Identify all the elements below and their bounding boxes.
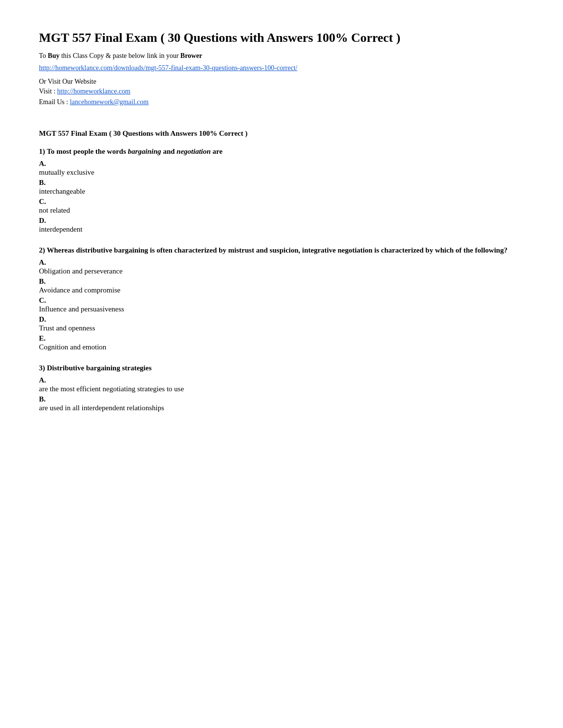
question-1: 1) To most people the words bargaining a… bbox=[39, 146, 524, 234]
question-3-text: 3) Distributive bargaining strategies bbox=[39, 363, 524, 373]
q2-option-d-text: Trust and openness bbox=[39, 324, 524, 332]
q2-option-b-letter: B. bbox=[39, 277, 524, 286]
q3-number: 3) bbox=[39, 364, 47, 372]
visit-link[interactable]: http://homeworklance.com bbox=[57, 88, 130, 95]
q1-bold-italic-1: bargaining bbox=[128, 147, 161, 155]
q2-option-a-letter: A. bbox=[39, 258, 524, 267]
q2-body: Whereas distributive bargaining is often… bbox=[47, 246, 507, 254]
q1-suffix: are bbox=[211, 147, 223, 155]
visit-prefix: Visit : bbox=[39, 88, 57, 95]
main-title: MGT 557 Final Exam ( 30 Questions with A… bbox=[39, 29, 524, 46]
q3-option-b-text: are used in all interdependent relations… bbox=[39, 404, 524, 412]
question-1-text: 1) To most people the words bargaining a… bbox=[39, 146, 524, 157]
q2-option-b-text: Avoidance and compromise bbox=[39, 286, 524, 294]
q2-option-a-text: Obligation and perseverance bbox=[39, 267, 524, 275]
q1-option-b-letter: B. bbox=[39, 179, 524, 187]
q1-middle: and bbox=[161, 147, 177, 155]
q1-option-a-letter: A. bbox=[39, 160, 524, 168]
or-visit-text: Or Visit Our Website bbox=[39, 78, 524, 86]
email-link[interactable]: lancehomework@gmail.com bbox=[70, 98, 149, 106]
intro-prefix: To bbox=[39, 52, 48, 59]
q1-option-d-text: interdependent bbox=[39, 225, 524, 234]
intro-suffix: this Class Copy & paste below link in yo… bbox=[59, 52, 180, 59]
q1-option-a-text: mutually exclusive bbox=[39, 168, 524, 177]
q3-option-b-letter: B. bbox=[39, 395, 524, 403]
q1-option-c-letter: C. bbox=[39, 198, 524, 206]
main-link[interactable]: http://homeworklance.com/downloads/mgt-5… bbox=[39, 64, 298, 72]
q2-option-d-letter: D. bbox=[39, 315, 524, 324]
question-2-text: 2) Whereas distributive bargaining is of… bbox=[39, 245, 524, 255]
buy-bold: Buy bbox=[48, 52, 59, 59]
email-line: Email Us : lancehomework@gmail.com bbox=[39, 98, 524, 106]
visit-line: Visit : http://homeworklance.com bbox=[39, 88, 524, 95]
q1-bold-italic-2: negotiation bbox=[177, 147, 211, 155]
email-prefix: Email Us : bbox=[39, 98, 70, 106]
q3-option-a-letter: A. bbox=[39, 376, 524, 384]
q2-option-c-text: Influence and persuasiveness bbox=[39, 305, 524, 313]
q1-option-b-text: interchangeable bbox=[39, 187, 524, 196]
question-2: 2) Whereas distributive bargaining is of… bbox=[39, 245, 524, 351]
intro-text: To Buy this Class Copy & paste below lin… bbox=[39, 52, 524, 60]
q2-option-c-letter: C. bbox=[39, 296, 524, 305]
q2-option-e-letter: E. bbox=[39, 334, 524, 343]
q1-option-c-text: not related bbox=[39, 206, 524, 215]
q1-option-d-letter: D. bbox=[39, 217, 524, 225]
q1-number: 1) To most people the words bbox=[39, 147, 128, 155]
section-title: MGT 557 Final Exam ( 30 Questions with A… bbox=[39, 129, 524, 138]
q3-body: Distributive bargaining strategies bbox=[47, 364, 151, 372]
question-3: 3) Distributive bargaining strategies A.… bbox=[39, 363, 524, 412]
brower-bold: Brower bbox=[180, 52, 202, 59]
q3-option-a-text: are the most efficient negotiating strat… bbox=[39, 385, 524, 393]
q2-option-e-text: Cognition and emotion bbox=[39, 343, 524, 351]
q2-number: 2) bbox=[39, 246, 47, 254]
